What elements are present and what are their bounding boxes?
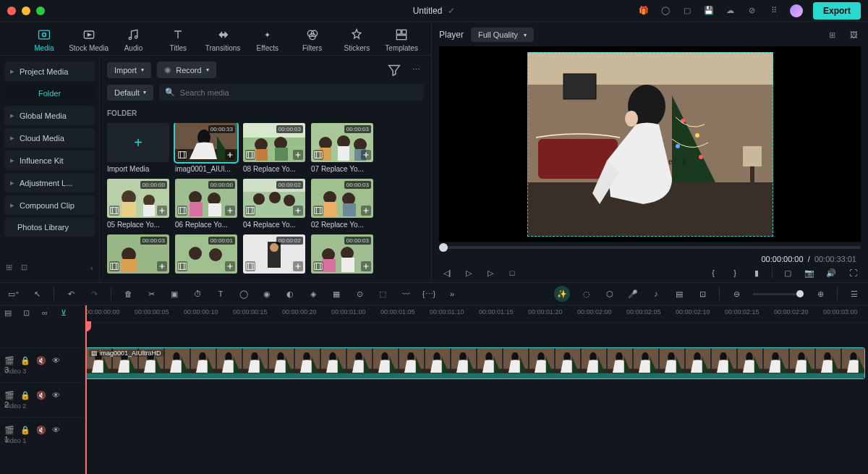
play-loop-icon[interactable]: ▷: [462, 266, 475, 279]
tab-effects[interactable]: ✦Effects: [245, 26, 290, 52]
play-icon[interactable]: ▷: [484, 266, 497, 279]
delete-icon[interactable]: 🗑: [122, 287, 135, 300]
chroma-icon[interactable]: ⬚: [376, 287, 389, 300]
clip-add-icon[interactable]: [293, 261, 303, 271]
media-clip[interactable]: 00:00:0005 Replace Yo...: [107, 179, 169, 229]
text-icon[interactable]: T: [214, 287, 227, 300]
media-clip[interactable]: 00:00:0006 Replace Yo...: [175, 179, 237, 229]
clip-add-icon[interactable]: [361, 206, 371, 216]
mute-icon[interactable]: 🔇: [36, 391, 46, 401]
mic-icon[interactable]: 🎤: [626, 287, 639, 300]
tl-magnet-icon[interactable]: ⊻: [61, 308, 72, 320]
view-picture-icon[interactable]: 🖼: [846, 27, 861, 42]
filter-icon[interactable]: [386, 62, 402, 78]
media-clip[interactable]: 00:00:0308 Replace Yo...: [243, 123, 305, 173]
minimize-window[interactable]: [22, 7, 30, 15]
zoom-slider[interactable]: [753, 293, 804, 295]
lock-icon[interactable]: 🔒: [20, 356, 30, 366]
ruler[interactable]: 00:00:00:0000:00:00:0500:00:00:1000:00:0…: [85, 305, 868, 323]
apps-grid-icon[interactable]: ⠿: [768, 5, 780, 17]
export-button[interactable]: Export: [813, 2, 861, 20]
speed-icon[interactable]: ⏱: [191, 287, 204, 300]
visibility-icon[interactable]: 👁: [52, 356, 62, 366]
stabilize-icon[interactable]: ⊙: [353, 287, 366, 300]
adjust-icon[interactable]: ◐: [284, 287, 297, 300]
sort-button[interactable]: Default▾: [107, 85, 153, 101]
save-icon[interactable]: 💾: [703, 5, 715, 17]
tab-templates[interactable]: Templates: [379, 26, 424, 52]
sidebar-item-cloud-media[interactable]: ▸Cloud Media: [4, 128, 95, 148]
tab-stickers[interactable]: Stickers: [334, 26, 379, 52]
tab-media[interactable]: Media: [22, 26, 67, 52]
gift-icon[interactable]: 🎁: [638, 5, 650, 17]
media-clip[interactable]: 00:00:03: [311, 234, 373, 276]
music-icon[interactable]: ♪: [650, 287, 663, 300]
clip-add-icon[interactable]: [225, 150, 235, 160]
clip-add-icon[interactable]: [361, 150, 371, 160]
zoom-handle[interactable]: [796, 290, 804, 297]
collapse-sidebar-icon[interactable]: ‹: [90, 263, 93, 272]
volume-icon[interactable]: 🔊: [825, 266, 838, 279]
tab-stock-media[interactable]: Stock Media: [67, 26, 111, 52]
tl-media-icon[interactable]: ▤: [4, 308, 16, 320]
lock-icon[interactable]: 🔒: [20, 391, 30, 401]
more-icon[interactable]: ⋯: [408, 62, 424, 78]
media-clip[interactable]: 00:00:03: [107, 234, 169, 276]
fullscreen-icon[interactable]: ⛶: [846, 266, 859, 279]
cloud-upload-icon[interactable]: ☁: [725, 5, 736, 17]
record-circle-icon[interactable]: ◯: [660, 5, 671, 17]
clip-add-icon[interactable]: [361, 261, 371, 271]
quality-selector[interactable]: Full Quality▾: [471, 27, 534, 42]
mark-out-icon[interactable]: }: [728, 266, 741, 279]
mute-icon[interactable]: 🔇: [36, 426, 46, 436]
shield-icon[interactable]: ⬡: [603, 287, 616, 300]
search-input[interactable]: [180, 88, 418, 97]
timeline-tracks[interactable]: 00:00:00:0000:00:00:0500:00:00:1000:00:0…: [85, 305, 868, 474]
media-clip[interactable]: 00:00:0204 Replace Yo...: [243, 179, 305, 229]
tab-audio[interactable]: Audio: [111, 26, 156, 52]
sidebar-item-compound[interactable]: ▸Compound Clip: [4, 195, 95, 215]
scrubber[interactable]: [439, 246, 861, 249]
clip-add-icon[interactable]: [225, 261, 235, 271]
sidebar-item-adjustment[interactable]: ▸Adjustment L...: [4, 173, 95, 192]
scrubber-handle[interactable]: [439, 243, 448, 252]
media-clip[interactable]: 00:00:02: [243, 234, 305, 276]
mute-icon[interactable]: 🔇: [36, 356, 46, 366]
cloud-sync-icon[interactable]: ✓: [448, 6, 455, 16]
prev-frame-icon[interactable]: ◁|: [441, 266, 454, 279]
tab-titles[interactable]: Titles: [156, 26, 200, 52]
monitor-icon[interactable]: ▢: [681, 5, 693, 17]
clip-add-icon[interactable]: [157, 206, 167, 216]
tab-filters[interactable]: Filters: [290, 26, 335, 52]
mask-icon[interactable]: ◯: [237, 287, 250, 300]
pointer-tool-icon[interactable]: ↖: [30, 287, 43, 300]
tracking-icon[interactable]: ▦: [330, 287, 343, 300]
timeline-view-icon[interactable]: ☰: [848, 287, 861, 300]
sidebar-item-global-media[interactable]: ▸Global Media: [4, 106, 95, 125]
video-viewport[interactable]: e i r d: [439, 46, 861, 242]
crop-icon[interactable]: ▣: [168, 287, 181, 300]
media-tool-icon[interactable]: ▤: [673, 287, 686, 300]
import-media-card[interactable]: + Import Media: [107, 123, 169, 173]
sidebar-item-influence-kit[interactable]: ▸Influence Kit: [4, 151, 95, 170]
zoom-in-icon[interactable]: ⊕: [814, 287, 827, 300]
zoom-out-icon[interactable]: ⊖: [730, 287, 743, 300]
maximize-window[interactable]: [36, 7, 45, 15]
playhead[interactable]: [85, 305, 87, 474]
timeline-clip[interactable]: ▤ imag0001_AIUltraHD: [85, 347, 865, 379]
keyframe-icon[interactable]: ◈: [307, 287, 320, 300]
visibility-icon[interactable]: 👁: [52, 426, 62, 436]
undo-icon[interactable]: ↶: [64, 287, 77, 300]
record-button[interactable]: ◉Record▾: [157, 62, 216, 78]
stop-icon[interactable]: □: [506, 266, 519, 279]
sidebar-item-folder[interactable]: Folder: [4, 84, 95, 103]
media-clip[interactable]: 00:00:0302 Replace Yo...: [311, 179, 373, 229]
snapshot-icon[interactable]: 📷: [803, 266, 816, 279]
more-tools-icon[interactable]: »: [446, 287, 459, 300]
tl-link-icon[interactable]: ∞: [42, 308, 54, 320]
color-icon[interactable]: ◉: [260, 287, 273, 300]
clip-add-icon[interactable]: [293, 206, 303, 216]
user-avatar[interactable]: [790, 4, 803, 17]
group-icon[interactable]: {⋯}: [422, 287, 435, 300]
clip-add-icon[interactable]: [293, 150, 303, 160]
